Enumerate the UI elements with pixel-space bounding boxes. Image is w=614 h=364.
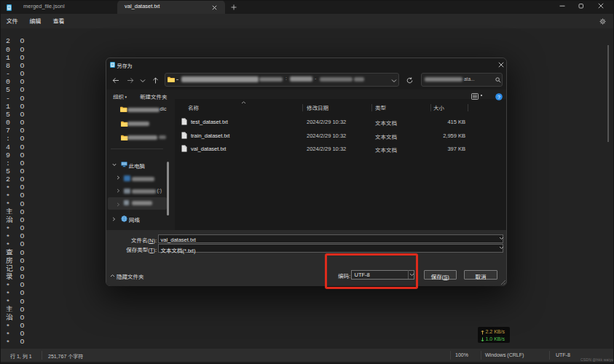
svg-text:?: ? [497,94,500,99]
